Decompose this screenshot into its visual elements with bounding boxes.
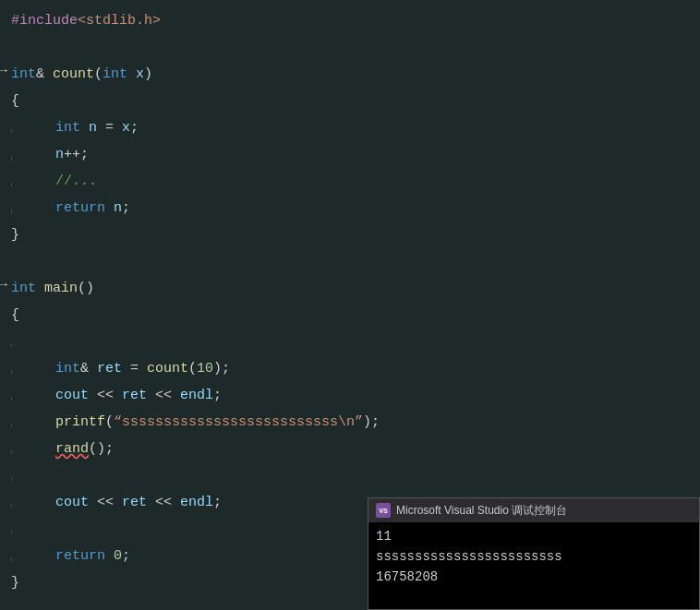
code-line-2 [0,34,700,61]
console-line-1: 11 [376,526,692,546]
line-content-7: //... [15,169,700,194]
code-line-15: cout << ret << endl; [0,382,700,409]
line-content-4: { [7,89,700,114]
line-content-8: return n; [15,196,700,221]
line-content-6: n++; [15,142,700,167]
debug-console[interactable]: VS Microsoft Visual Studio 调试控制台 11 ssss… [368,497,700,610]
code-line-1: #include<stdlib.h> [0,7,700,34]
code-line-10 [0,248,700,275]
code-line-4: { [0,88,700,114]
line-content-2 [7,35,700,60]
code-line-12: { [0,302,700,329]
console-line-2: ssssssssssssssssssssssss [376,546,692,567]
vs-icon: VS [376,503,391,518]
code-line-8: return n; [0,195,700,221]
line-content-16: printf(“ssssssssssssssssssssssssss\n”); [15,410,700,435]
console-line-3: 16758208 [376,567,692,587]
code-line-11: → int main() [0,275,700,302]
code-line-9: } [0,221,700,248]
line-content-18 [15,463,700,488]
code-line-17: rand(); [0,436,700,462]
line-content-14: int& ret = count(10); [15,356,700,381]
code-line-13 [0,329,700,355]
debug-title: Microsoft Visual Studio 调试控制台 [396,503,567,519]
debug-output: 11 ssssssssssssssssssssssss 16758208 [368,522,699,591]
code-line-7: //... [0,168,700,195]
line-content-12: { [7,303,700,328]
line-content-13 [15,329,700,354]
code-line-5: int n = x; [0,114,700,141]
code-line-18 [0,462,700,489]
line-content-17: rand(); [15,437,700,461]
code-line-6: n++; [0,141,700,168]
code-line-16: printf(“ssssssssssssssssssssssssss\n”); [0,409,700,436]
code-line-3: → int& count(int x) [0,61,700,88]
line-content-10 [7,249,700,274]
code-line-14: int& ret = count(10); [0,355,700,382]
debug-titlebar: VS Microsoft Visual Studio 调试控制台 [368,498,699,522]
line-content-9: } [7,222,700,247]
line-content-5: int n = x; [15,115,700,140]
line-content-1: #include<stdlib.h> [7,8,700,33]
line-content-3: int& count(int x) [7,62,700,87]
code-editor: #include<stdlib.h> → int& count(int x) {… [0,0,700,610]
line-content-15: cout << ret << endl; [15,383,700,408]
line-content-11: int main() [7,276,700,301]
